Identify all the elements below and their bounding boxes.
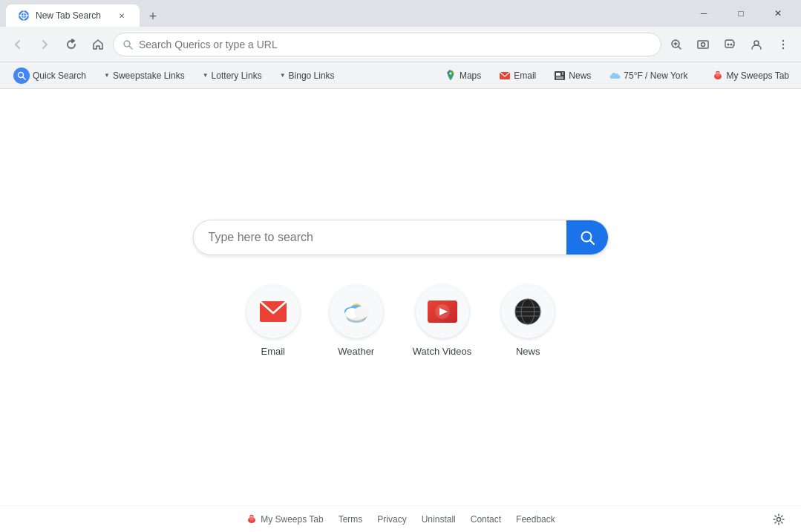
address-bar[interactable] (113, 33, 661, 56)
search-area: Email (193, 220, 609, 357)
svg-rect-10 (698, 41, 708, 48)
tab-favicon (18, 10, 30, 22)
footer-logo-link[interactable]: My Sweeps Tab (246, 513, 324, 525)
refresh-icon (65, 39, 77, 50)
footer-sweeps-icon (246, 513, 258, 525)
svg-point-17 (782, 47, 784, 48)
screenshot-icon (697, 39, 709, 50)
title-bar: New Tab Search ✕ + ─ □ ✕ (0, 0, 801, 27)
weather-circle (330, 285, 383, 338)
maps-bookmark[interactable]: Maps (439, 67, 487, 85)
svg-point-55 (249, 516, 254, 520)
menu-button[interactable] (771, 33, 795, 56)
email-bookmark-icon (499, 70, 511, 82)
footer-contact-link[interactable]: Contact (471, 514, 501, 525)
email-bookmark[interactable]: Email (493, 67, 542, 85)
home-button[interactable] (86, 33, 110, 56)
bookmarks-right: Maps Email News (439, 67, 795, 85)
maximize-button[interactable]: □ (724, 1, 758, 25)
footer-privacy-link[interactable]: Privacy (377, 514, 406, 525)
forward-button[interactable] (33, 33, 56, 56)
email-quick-link[interactable]: Email (246, 285, 300, 357)
tab-area: New Tab Search ✕ + (6, 0, 681, 27)
nav-extras (664, 33, 795, 56)
svg-line-5 (130, 46, 133, 49)
svg-point-43 (354, 306, 369, 318)
tab-close-button[interactable]: ✕ (116, 10, 128, 22)
active-tab: New Tab Search ✕ (6, 4, 140, 27)
footer-feedback-link[interactable]: Feedback (516, 514, 555, 525)
svg-point-4 (124, 41, 130, 47)
svg-line-19 (23, 77, 25, 79)
my-sweeps-tab-bookmark[interactable]: My Sweeps Tab (706, 67, 796, 85)
screenshot-button[interactable] (691, 33, 715, 56)
zoom-button[interactable] (664, 33, 688, 56)
quick-search-label: Quick Search (33, 70, 86, 81)
svg-point-16 (782, 43, 784, 45)
back-icon (12, 39, 24, 50)
footer-terms-link[interactable]: Terms (339, 514, 363, 525)
email-circle (246, 285, 300, 338)
sweepstake-links-label: Sweepstake Links (113, 70, 185, 81)
extensions-icon (724, 39, 736, 50)
weather-label: 75°F / New York (624, 70, 687, 81)
forward-icon (39, 39, 50, 50)
minimize-button[interactable]: ─ (687, 1, 721, 25)
quick-links: Email (246, 285, 555, 357)
svg-line-31 (590, 240, 594, 244)
search-submit-icon (579, 229, 595, 246)
svg-point-20 (449, 72, 451, 74)
svg-point-18 (19, 72, 24, 77)
sweepstake-dropdown-icon: ▼ (104, 72, 110, 79)
close-window-button[interactable]: ✕ (761, 1, 795, 25)
sweepstake-links-item[interactable]: ▼ Sweepstake Links (97, 68, 192, 84)
address-input[interactable] (139, 39, 652, 50)
news-quick-link[interactable]: News (501, 285, 555, 357)
svg-point-15 (782, 39, 784, 41)
svg-point-14 (754, 41, 759, 45)
news-bookmark-icon (554, 70, 566, 82)
quick-search-icon (13, 68, 30, 84)
svg-point-56 (777, 517, 781, 521)
weather-big-icon (340, 298, 373, 325)
news-circle (501, 285, 555, 338)
svg-rect-23 (556, 73, 560, 76)
search-box-wrapper (193, 220, 609, 255)
footer-uninstall-link[interactable]: Uninstall (422, 514, 456, 525)
bingo-links-label: Bingo Links (289, 70, 335, 81)
footer-settings-button[interactable] (768, 509, 789, 530)
bookmarks-bar: Quick Search ▼ Sweepstake Links ▼ Lotter… (0, 62, 801, 89)
watch-videos-quick-link[interactable]: Watch Videos (413, 285, 472, 357)
email-icon (259, 301, 287, 323)
profile-icon (751, 39, 762, 50)
watch-videos-circle (416, 285, 469, 338)
news-big-icon (513, 297, 543, 326)
news-bookmark[interactable]: News (548, 67, 597, 85)
main-content: Email (0, 89, 801, 532)
refresh-button[interactable] (59, 33, 83, 56)
main-search-input[interactable] (194, 231, 566, 244)
home-icon (92, 39, 104, 50)
footer: My Sweeps Tab Terms Privacy Uninstall Co… (0, 505, 801, 532)
sweeps-tab-icon (712, 70, 724, 82)
settings-icon (773, 513, 785, 525)
svg-point-11 (702, 42, 705, 46)
search-submit-button[interactable] (566, 220, 608, 255)
weather-quick-link[interactable]: Weather (330, 285, 383, 357)
new-tab-button[interactable]: + (143, 6, 163, 27)
maps-icon (445, 70, 457, 82)
lottery-links-item[interactable]: ▼ Lottery Links (195, 68, 269, 84)
chrome-frame: New Tab Search ✕ + ─ □ ✕ (0, 0, 801, 532)
profile-button[interactable] (745, 33, 768, 56)
svg-line-7 (679, 47, 681, 49)
back-button[interactable] (6, 33, 30, 56)
extensions-button[interactable] (718, 33, 742, 56)
footer-logo-label: My Sweeps Tab (261, 514, 324, 525)
bingo-links-item[interactable]: ▼ Bingo Links (272, 68, 342, 84)
svg-point-13 (730, 43, 733, 45)
quick-search-item[interactable]: Quick Search (6, 65, 94, 87)
weather-bookmark[interactable]: 75°F / New York (603, 67, 693, 85)
email-bookmark-label: Email (514, 70, 536, 81)
weather-icon (609, 70, 621, 82)
news-quick-link-label: News (516, 346, 540, 357)
